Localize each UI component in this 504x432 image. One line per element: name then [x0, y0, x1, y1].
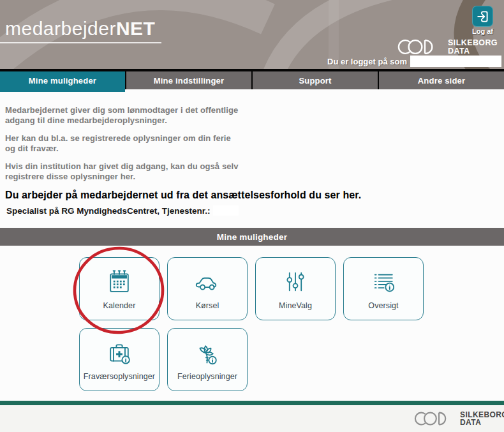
tile-oversigt[interactable]: Oversigt: [343, 257, 424, 320]
intro-paragraph-1: Medarbejdernet giver dig som lønmodtager…: [5, 105, 427, 125]
silkeborg-data-wordmark: SILKEBORG DATA: [448, 39, 498, 55]
medarbejdernet-page: { "header": { "logo_light": "medarbejder…: [0, 0, 504, 432]
intro-paragraph-3: Hvis din institution har givet dig adgan…: [5, 161, 427, 181]
tile-ferieoplysninger[interactable]: Ferieoplysninger: [167, 328, 248, 391]
silkeborg-data-logo-footer: SILKEBORG DATA: [410, 410, 504, 428]
tab-label: Mine muligheder: [29, 76, 96, 86]
employee-number-redacted: [213, 205, 239, 216]
tile-label: Kalender: [103, 301, 136, 310]
logout-button[interactable]: Log af: [472, 6, 493, 35]
silkeborg-data-glyph-icon: [410, 410, 456, 428]
intro-paragraph-2: Her kan du bl.a. se registrerede oplysni…: [5, 133, 427, 153]
sliders-icon: [281, 267, 310, 297]
brand-line-2: DATA: [460, 419, 504, 426]
section-bar: Mine muligheder: [0, 228, 504, 246]
tile-grid: Kalender Kørsel MineValg Oversigt: [0, 246, 504, 401]
tile-minevalg[interactable]: MineValg: [255, 257, 336, 320]
logged-in-status: Du er logget på som: [327, 56, 501, 67]
tile-label: Oversigt: [368, 301, 398, 310]
main-navigation: Mine muligheder Mine indstillinger Suppo…: [0, 71, 504, 89]
tab-mine-muligheder[interactable]: Mine muligheder: [0, 71, 125, 89]
car-icon: [193, 267, 222, 297]
medarbejdernet-logo: medarbejderNET: [0, 18, 161, 43]
tab-label: Andre sider: [418, 76, 465, 86]
intro-section: Medarbejdernet giver dig som lønmodtager…: [0, 89, 504, 228]
first-aid-info-icon: [105, 338, 134, 368]
footer-accent-bar: [0, 401, 504, 405]
section-title: Mine muligheder: [217, 232, 287, 242]
list-info-icon: [369, 267, 398, 297]
tile-korsel[interactable]: Kørsel: [167, 257, 248, 320]
logout-label[interactable]: Log af: [472, 27, 493, 35]
employment-detail-row: Specialist på RG MyndighedsCentret, Tjen…: [5, 205, 427, 216]
tab-andre-sider[interactable]: Andre sider: [379, 71, 504, 89]
tile-fravaersoplysninger[interactable]: Fraværsoplysninger: [79, 328, 159, 391]
employment-heading: Du arbejder på medarbejdernet ud fra det…: [5, 190, 427, 201]
silkeborg-data-logo-header: SILKEBORG DATA: [393, 37, 498, 57]
tab-mine-indstillinger[interactable]: Mine indstillinger: [126, 71, 251, 89]
page-footer: SILKEBORG DATA: [0, 405, 504, 432]
tab-support[interactable]: Support: [253, 71, 378, 89]
palm-info-icon: [193, 338, 222, 368]
app-header: medarbejderNET Log af SILKEBORG DATA Du …: [0, 0, 504, 69]
tile-label: Fraværsoplysninger: [84, 372, 155, 381]
logged-in-label: Du er logget på som: [327, 57, 407, 66]
brand-line-1: SILKEBORG: [448, 39, 498, 47]
silkeborg-data-glyph-icon: [393, 37, 444, 57]
logo-text-bold: NET: [116, 18, 156, 39]
logout-icon[interactable]: [472, 6, 493, 27]
tile-kalender[interactable]: Kalender: [79, 257, 159, 320]
silkeborg-data-wordmark: SILKEBORG DATA: [460, 411, 504, 426]
calendar-icon: [105, 267, 134, 297]
logged-in-user-redacted: [410, 56, 501, 67]
tab-label: Support: [299, 76, 331, 86]
brand-line-2: DATA: [448, 47, 498, 56]
tab-label: Mine indstillinger: [154, 76, 225, 86]
tile-label: MineValg: [279, 301, 312, 310]
employment-detail-label: Specialist på RG MyndighedsCentret, Tjen…: [6, 206, 211, 216]
logo-text-light: medarbejder: [5, 18, 116, 39]
tile-label: Kørsel: [196, 301, 219, 310]
tile-label: Ferieoplysninger: [177, 372, 237, 381]
